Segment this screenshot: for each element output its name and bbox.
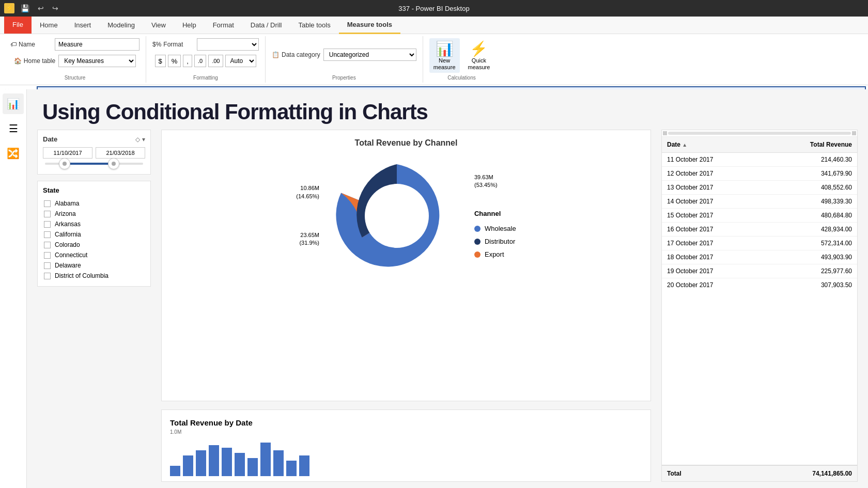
table-row[interactable]: 17 October 2017572,314.00: [662, 237, 857, 250]
sidebar-model-icon[interactable]: 🔀: [3, 143, 24, 164]
table-row[interactable]: 13 October 2017408,552.60: [662, 181, 857, 195]
table-row[interactable]: 12 October 2017341,679.90: [662, 167, 857, 181]
tab-file[interactable]: File: [4, 17, 32, 34]
cell-revenue: 341,679.90: [790, 167, 857, 180]
state-checkbox[interactable]: [44, 262, 51, 269]
table-row[interactable]: 16 October 2017428,934.00: [662, 223, 857, 237]
footer-value: 74,141,865.00: [790, 466, 857, 481]
svg-rect-1: [183, 455, 193, 476]
ribbon-tabs: File Home Insert Modeling View Help Form…: [0, 17, 868, 34]
table-row[interactable]: 11 October 2017214,460.30: [662, 153, 857, 167]
footer-label: Total: [662, 466, 790, 481]
state-item[interactable]: Alabama: [43, 198, 145, 209]
donut-chart-title: Total Revenue by Channel: [170, 138, 642, 148]
calculations-label: Calculations: [447, 73, 475, 81]
state-item[interactable]: Connecticut: [43, 250, 145, 260]
quick-measure-button[interactable]: ⚡ Quickmeasure: [464, 38, 494, 73]
donut-container: 10.86M(14.65%) 23.65M(31.9%): [170, 154, 642, 278]
date-slicer: Date ◇ ▾ 11/10/2017 21/03/2018: [37, 130, 151, 175]
slicer-chevron-icon[interactable]: ▾: [142, 136, 145, 143]
new-measure-button[interactable]: 📊 Newmeasure: [429, 38, 460, 73]
state-checkbox[interactable]: [44, 231, 51, 238]
currency-button[interactable]: $: [155, 55, 166, 67]
state-checkbox[interactable]: [44, 273, 51, 279]
table-header: Date ▲ Total Revenue: [662, 137, 857, 153]
date-slider-track[interactable]: [45, 163, 143, 165]
date-start-input[interactable]: 11/10/2017: [43, 147, 92, 159]
comma-button[interactable]: ,: [183, 55, 192, 67]
formatting-group: $% Format $ % , .0 .00 Auto Formatting: [146, 36, 266, 83]
quick-measure-icon: ⚡: [470, 40, 488, 57]
decimal-inc-button[interactable]: .00: [208, 55, 223, 67]
tab-help[interactable]: Help: [174, 18, 205, 34]
cell-revenue: 493,903.90: [790, 250, 857, 264]
window-title: 337 - Power BI Desktop: [398, 5, 469, 12]
sort-icon: ▲: [682, 142, 687, 148]
state-checkbox[interactable]: [44, 252, 51, 259]
structure-label: Structure: [10, 73, 140, 81]
table-row[interactable]: 18 October 2017493,903.90: [662, 250, 857, 264]
cell-date: 14 October 2017: [662, 195, 790, 208]
redo-button[interactable]: ↪: [50, 4, 60, 12]
state-item[interactable]: Delaware: [43, 260, 145, 271]
export-legend-label: Export: [485, 250, 504, 258]
slider-thumb-right[interactable]: [108, 158, 119, 169]
svg-rect-7: [260, 443, 271, 476]
bottom-chart-card: Total Revenue by Date 1.0M: [161, 410, 651, 482]
distributor-legend-label: Distributor: [485, 238, 515, 245]
table-footer: Total 74,141,865.00: [662, 465, 857, 481]
percent-button[interactable]: %: [168, 55, 181, 67]
state-item[interactable]: District of Columbia: [43, 271, 145, 281]
auto-select[interactable]: Auto: [225, 55, 256, 67]
col-revenue-header[interactable]: Total Revenue: [790, 137, 857, 152]
state-label: District of Columbia: [55, 272, 109, 279]
state-item[interactable]: California: [43, 229, 145, 240]
bottom-chart-title: Total Revenue by Date: [170, 418, 642, 427]
tab-measure-tools[interactable]: Measure tools: [339, 18, 400, 34]
sidebar-chart-icon[interactable]: 📊: [3, 93, 24, 114]
state-checkbox[interactable]: [44, 211, 51, 217]
state-slicer-title: State: [43, 186, 145, 194]
state-item[interactable]: Arizona: [43, 209, 145, 219]
filter-panel: Date ◇ ▾ 11/10/2017 21/03/2018: [37, 130, 151, 482]
name-input[interactable]: [55, 38, 140, 51]
decimal-dec-button[interactable]: .0: [194, 55, 206, 67]
content-area: Date ◇ ▾ 11/10/2017 21/03/2018: [27, 130, 868, 482]
date-end-input[interactable]: 21/03/2018: [96, 147, 145, 159]
col-date-header[interactable]: Date ▲: [662, 137, 790, 152]
structure-group: 🏷 Name 🏠 Home table Key Measures Structu…: [4, 36, 146, 83]
home-table-select[interactable]: Key Measures: [58, 55, 136, 67]
state-checkbox[interactable]: [44, 200, 51, 207]
state-checkbox[interactable]: [44, 221, 51, 228]
slider-thumb-left[interactable]: [59, 158, 70, 169]
table-row[interactable]: 14 October 2017498,339.30: [662, 195, 857, 209]
main-content: Using Conditional Formatting in Charts D…: [27, 89, 868, 488]
date-slicer-header: Date ◇ ▾: [43, 135, 145, 143]
format-select[interactable]: [197, 38, 259, 51]
state-item[interactable]: Arkansas: [43, 219, 145, 229]
slicer-eraser-icon[interactable]: ◇: [135, 136, 140, 143]
tab-view[interactable]: View: [143, 18, 174, 34]
tab-format[interactable]: Format: [205, 18, 242, 34]
state-item[interactable]: Colorado: [43, 240, 145, 250]
undo-button[interactable]: ↩: [36, 4, 46, 12]
home-table-label: 🏠 Home table: [14, 57, 55, 65]
svg-rect-0: [170, 466, 180, 476]
tab-modeling[interactable]: Modeling: [99, 18, 143, 34]
tab-insert[interactable]: Insert: [66, 18, 100, 34]
tab-table-tools[interactable]: Table tools: [290, 18, 338, 34]
tab-home[interactable]: Home: [32, 18, 66, 34]
table-row[interactable]: 20 October 2017307,903.50: [662, 278, 857, 292]
wholesale-legend-label: Wholesale: [485, 225, 516, 232]
distributor-dot: [474, 239, 481, 245]
svg-rect-5: [235, 453, 245, 476]
bottom-chart-svg: [170, 435, 642, 476]
state-checkbox[interactable]: [44, 242, 51, 248]
data-category-select[interactable]: Uncategorized: [323, 49, 416, 61]
tab-data-drill[interactable]: Data / Drill: [242, 18, 290, 34]
save-button[interactable]: 💾: [19, 4, 32, 12]
export-dot: [474, 251, 481, 258]
sidebar-table-icon[interactable]: ☰: [5, 118, 22, 139]
table-row[interactable]: 15 October 2017480,684.80: [662, 209, 857, 223]
table-row[interactable]: 19 October 2017225,977.60: [662, 264, 857, 278]
